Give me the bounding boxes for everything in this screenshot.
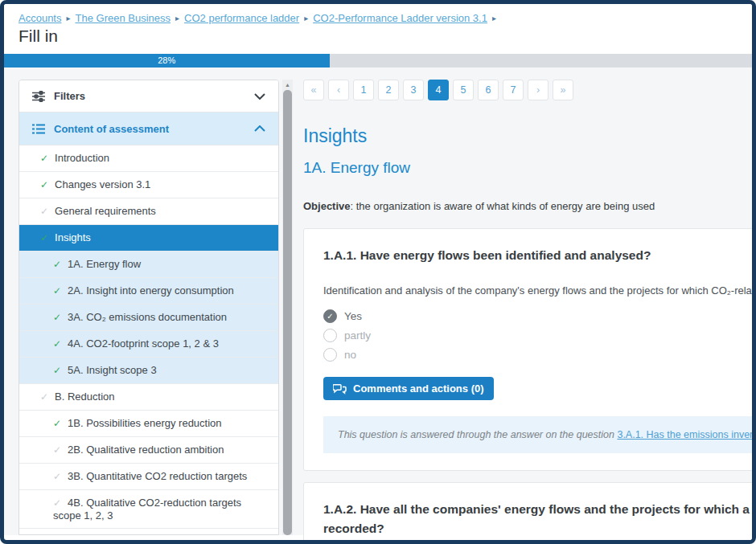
question-title-line1: 1.A.2. Have all the companies' energy fl… bbox=[323, 500, 756, 519]
check-icon: ✓ bbox=[40, 206, 48, 217]
sidebar-item-label: Changes version 3.1 bbox=[55, 178, 150, 190]
scrollbar-thumb[interactable] bbox=[283, 90, 292, 535]
comments-actions-label: Comments and actions (0) bbox=[353, 382, 484, 395]
objective-label: Objective bbox=[303, 200, 351, 212]
check-icon: ✓ bbox=[53, 497, 61, 509]
sidebar-item-5b[interactable]: ✓5B. Structural reports reduction target… bbox=[19, 529, 278, 535]
pagination-page-1[interactable]: 1 bbox=[353, 80, 374, 100]
breadcrumb: Accounts▸The Green Business▸CO2 performa… bbox=[18, 12, 752, 24]
chevron-up-icon bbox=[254, 125, 265, 132]
filter-sliders-icon bbox=[32, 91, 45, 102]
pagination-page-7[interactable]: 7 bbox=[503, 80, 524, 100]
sidebar-item-label: B. Reduction bbox=[55, 391, 114, 403]
filters-header[interactable]: Filters bbox=[19, 80, 278, 112]
sidebar-item-label: 4B. Qualitative CO2-reduction targets sc… bbox=[53, 497, 241, 522]
sidebar-item-label: Insights bbox=[55, 231, 91, 243]
sidebar-item-4a[interactable]: ✓4A. CO2-footprint scope 1, 2 & 3 bbox=[19, 331, 278, 358]
sidebar-scrollbar[interactable]: ▲ bbox=[282, 80, 293, 535]
sidebar-item-introduction[interactable]: ✓Introduction bbox=[19, 145, 278, 172]
radio-option-yes[interactable]: Yes bbox=[323, 309, 756, 323]
workspace: Filters Content of assessment bbox=[4, 67, 752, 535]
radio-option-partly[interactable]: partly bbox=[323, 329, 756, 342]
sidebar-item-2b[interactable]: ✓2B. Qualitative reduction ambition bbox=[19, 437, 278, 464]
pagination-page-4[interactable]: 4 bbox=[428, 80, 449, 100]
sidebar-item-2a[interactable]: ✓2A. Insight into energy consumption bbox=[19, 278, 278, 305]
question-title-line2: recorded? bbox=[323, 519, 756, 538]
pagination-prev[interactable]: ‹ bbox=[328, 80, 349, 100]
check-icon: ✓ bbox=[53, 338, 61, 350]
progress-fill: 28% bbox=[4, 54, 330, 67]
check-icon: ✓ bbox=[53, 312, 61, 323]
check-icon: ✓ bbox=[40, 391, 48, 403]
app-window: Accounts▸The Green Business▸CO2 performa… bbox=[0, 0, 756, 544]
comments-actions-button[interactable]: Comments and actions (0) bbox=[323, 377, 494, 400]
pagination-last[interactable]: » bbox=[553, 80, 573, 100]
radio-option-no[interactable]: no bbox=[323, 348, 756, 362]
check-icon: ✓ bbox=[53, 365, 61, 376]
check-icon: ✓ bbox=[40, 179, 48, 190]
sidebar-item-3b[interactable]: ✓3B. Quantitative CO2 reduction targets bbox=[19, 464, 278, 490]
radio-checked-icon[interactable] bbox=[323, 309, 337, 323]
check-icon: ✓ bbox=[53, 285, 61, 297]
sidebar-item-label: 4A. CO2-footprint scope 1, 2 & 3 bbox=[68, 337, 219, 350]
page-title: Fill in bbox=[18, 27, 752, 46]
sidebar-item-5a[interactable]: ✓5A. Insight scope 3 bbox=[19, 358, 278, 384]
question-card-1a1: 1.A.1. Have energy flows been identified… bbox=[303, 228, 756, 471]
sidebar-item-4b[interactable]: ✓4B. Qualitative CO2-reduction targets s… bbox=[19, 490, 278, 529]
note-text: This question is answered through the an… bbox=[338, 429, 617, 440]
pagination-page-6[interactable]: 6 bbox=[478, 80, 499, 100]
check-icon: ✓ bbox=[53, 444, 61, 456]
pagination-page-3[interactable]: 3 bbox=[403, 80, 424, 100]
sidebar-item-1a[interactable]: ✓1A. Energy flow bbox=[19, 252, 278, 278]
linked-answer-note: This question is answered through the an… bbox=[323, 416, 756, 453]
section-title: Insights bbox=[303, 125, 756, 147]
sidebar-item-label: 2B. Qualitative reduction ambition bbox=[68, 444, 224, 456]
list-icon bbox=[32, 124, 45, 134]
sidebar-item-label: 1B. Possibilities energy reduction bbox=[68, 417, 222, 429]
objective-body: : the organization is aware of what kind… bbox=[351, 200, 655, 212]
chevron-down-icon bbox=[254, 93, 265, 100]
radio-unchecked-icon[interactable] bbox=[323, 348, 337, 362]
pagination-page-2[interactable]: 2 bbox=[378, 80, 399, 100]
question-title: 1.A.1. Have energy flows been identified… bbox=[323, 246, 756, 265]
check-icon: ✓ bbox=[53, 471, 61, 482]
question-card-1a2: 1.A.2. Have all the companies' energy fl… bbox=[303, 482, 756, 544]
check-icon: ✓ bbox=[53, 259, 61, 270]
subsection-title: 1A. Energy flow bbox=[303, 159, 756, 177]
pagination-next[interactable]: › bbox=[528, 80, 549, 100]
breadcrumb-link-accounts[interactable]: Accounts bbox=[18, 12, 61, 24]
scroll-up-arrow-icon[interactable]: ▲ bbox=[282, 80, 293, 90]
breadcrumb-separator: ▸ bbox=[492, 14, 496, 22]
breadcrumb-link-business[interactable]: The Green Business bbox=[76, 12, 171, 24]
main-content: « ‹ 1 2 3 4 5 6 7 › » Insights 1A. Energ… bbox=[303, 80, 756, 544]
radio-label: no bbox=[344, 349, 356, 361]
check-icon: ✓ bbox=[40, 232, 48, 243]
check-icon: ✓ bbox=[53, 418, 61, 429]
breadcrumb-link-version[interactable]: CO2-Performance Ladder version 3.1 bbox=[313, 12, 487, 24]
sidebar-item-b-reduction[interactable]: ✓B. Reduction bbox=[19, 384, 278, 411]
breadcrumb-separator: ▸ bbox=[66, 14, 70, 22]
sidebar-item-1b[interactable]: ✓1B. Possibilities energy reduction bbox=[19, 411, 278, 437]
assessment-header[interactable]: Content of assessment bbox=[19, 112, 278, 145]
radio-label: Yes bbox=[344, 310, 362, 322]
pagination-first[interactable]: « bbox=[303, 80, 324, 100]
sidebar-item-changes[interactable]: ✓Changes version 3.1 bbox=[19, 172, 278, 198]
sidebar-item-insights[interactable]: ✓Insights bbox=[19, 225, 278, 252]
question-description: Identification and analysis of the compa… bbox=[323, 284, 756, 297]
sidebar-item-general-requirements[interactable]: ✓General requirements bbox=[19, 198, 278, 225]
sidebar-item-label: 1A. Energy flow bbox=[68, 258, 141, 270]
sidebar-item-label: Introduction bbox=[55, 152, 109, 164]
pagination-page-5[interactable]: 5 bbox=[453, 80, 474, 100]
sidebar-item-3a[interactable]: ✓3A. CO₂ emissions documentation bbox=[19, 305, 278, 331]
sidebar-item-label: General requirements bbox=[55, 205, 156, 217]
check-icon: ✓ bbox=[40, 153, 48, 164]
linked-question-link[interactable]: 3.A.1. Has the emissions inventory of sc… bbox=[617, 429, 756, 440]
radio-unchecked-icon[interactable] bbox=[323, 329, 337, 342]
assessment-label: Content of assessment bbox=[54, 123, 169, 135]
sidebar-item-label: 3B. Quantitative CO2 reduction targets bbox=[68, 470, 247, 482]
breadcrumb-link-ladder[interactable]: CO2 performance ladder bbox=[184, 12, 299, 24]
radio-label: partly bbox=[344, 329, 371, 342]
sidebar: Filters Content of assessment bbox=[18, 80, 279, 535]
filters-label: Filters bbox=[54, 90, 85, 102]
objective-text: Objective: the organization is aware of … bbox=[303, 200, 756, 212]
